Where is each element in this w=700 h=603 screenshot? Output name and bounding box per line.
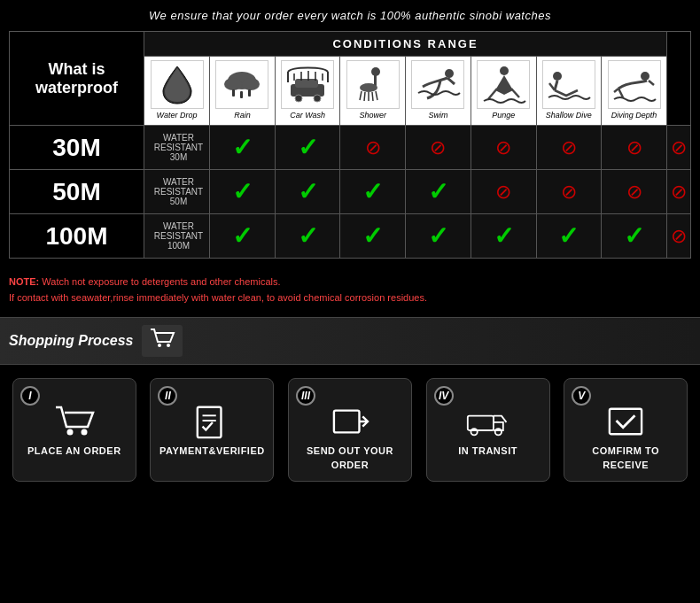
100m-diving-depth: ⊘ — [667, 214, 691, 259]
svg-point-31 — [66, 429, 73, 436]
svg-rect-7 — [295, 79, 318, 88]
banner-text: We ensure that your order every watch is… — [149, 9, 551, 22]
50m-swim: ⊘ — [471, 170, 536, 214]
svg-rect-4 — [240, 91, 243, 98]
col-water-drop: Water Drop — [144, 57, 209, 126]
step-1-label: PLACE AN ORDER — [27, 445, 121, 458]
note-line1: NOTE: Watch not exposure to detergents a… — [9, 274, 691, 290]
col-swim: Swim — [406, 57, 471, 126]
svg-line-24 — [376, 91, 377, 100]
50m-water-drop: ✓ — [210, 170, 276, 214]
svg-point-17 — [371, 67, 380, 76]
svg-line-23 — [372, 92, 373, 101]
note-section: NOTE: Watch not exposure to detergents a… — [0, 267, 700, 313]
100m-water-drop: ✓ — [210, 214, 276, 259]
step-4-label: IN TRANSIT — [458, 445, 517, 458]
col-shallow-dive: Shallow Dive — [536, 57, 602, 126]
rain-label: Rain — [212, 111, 273, 121]
svg-line-21 — [364, 92, 365, 101]
col-rain: Rain — [210, 57, 276, 126]
col-car-wash: Car Wash — [275, 57, 340, 126]
svg-rect-41 — [610, 409, 642, 435]
svg-rect-38 — [467, 416, 493, 430]
shallow-dive-icon — [542, 60, 595, 109]
shower-label: Shower — [342, 111, 403, 121]
30m-swim: ⊘ — [471, 126, 536, 170]
cart-icon-header — [142, 325, 183, 357]
step-send-out: III SEND OUT YOUR ORDER — [288, 378, 412, 482]
label-100m: WATER RESISTANT 100M — [144, 214, 209, 259]
100m-car-wash: ✓ — [340, 214, 406, 259]
water-drop-label: Water Drop — [146, 111, 207, 121]
svg-rect-3 — [232, 89, 235, 97]
svg-point-32 — [81, 429, 87, 436]
process-steps: I PLACE AN ORDER II PAYMENT&VERIFIED III… — [0, 365, 700, 495]
30m-shower: ⊘ — [406, 126, 471, 170]
100m-shallow-dive: ✓ — [602, 214, 667, 259]
step-place-order: I PLACE AN ORDER — [12, 378, 136, 482]
30m-car-wash: ⊘ — [340, 126, 406, 170]
payment-icon — [190, 404, 234, 439]
100m-rain: ✓ — [275, 214, 340, 259]
size-50m: 50M — [10, 170, 144, 214]
svg-rect-5 — [248, 89, 251, 97]
30m-diving-depth: ⊘ — [667, 126, 691, 170]
100m-plunge: ✓ — [536, 214, 602, 259]
step-1-number: I — [20, 386, 40, 406]
svg-point-29 — [158, 344, 161, 347]
col-diving-depth: Diving Depth — [602, 57, 667, 126]
swim-icon — [411, 60, 464, 109]
plunge-label: Punge — [473, 111, 534, 121]
col-plunge: Punge — [471, 57, 536, 126]
svg-line-20 — [360, 91, 362, 100]
50m-car-wash: ✓ — [340, 170, 406, 214]
size-30m: 30M — [10, 126, 144, 170]
in-transit-icon — [466, 404, 510, 439]
svg-point-27 — [553, 72, 562, 81]
waterproof-section: What is waterproof CONDITIONS RANGE Wate… — [0, 31, 700, 267]
note-label: NOTE: — [9, 276, 39, 287]
conditions-header: CONDITIONS RANGE — [144, 32, 666, 57]
waterproof-table: What is waterproof CONDITIONS RANGE Wate… — [9, 31, 691, 259]
rain-icon — [215, 60, 268, 109]
svg-point-26 — [500, 66, 509, 75]
30m-water-drop: ✓ — [210, 126, 276, 170]
diving-depth-icon — [608, 60, 661, 109]
svg-point-25 — [445, 69, 454, 78]
step-5-label: COMFIRM TO RECEIVE — [572, 445, 680, 472]
step-2-number: II — [158, 386, 177, 406]
place-order-icon — [52, 404, 97, 439]
100m-shower: ✓ — [406, 214, 471, 259]
shopping-process-title: Shopping Process — [9, 333, 133, 349]
svg-rect-36 — [334, 411, 360, 433]
step-in-transit: IV IN TRANSIT — [426, 378, 550, 482]
send-out-icon — [328, 404, 372, 439]
svg-point-8 — [295, 95, 302, 102]
svg-point-2 — [242, 78, 260, 90]
step-5-number: V — [572, 386, 591, 406]
plunge-icon — [477, 60, 530, 109]
50m-shower: ✓ — [406, 170, 471, 214]
svg-point-19 — [360, 83, 377, 92]
step-3-number: III — [296, 386, 315, 406]
row-100m: 100M WATER RESISTANT 100M ✓ ✓ ✓ ✓ ✓ ✓ ✓ … — [10, 214, 691, 259]
note-line2: If contact with seawater,rinse immediate… — [9, 290, 691, 306]
top-banner: We ensure that your order every watch is… — [0, 0, 700, 31]
svg-point-9 — [314, 95, 321, 102]
30m-shallow-dive: ⊘ — [602, 126, 667, 170]
50m-diving-depth: ⊘ — [667, 170, 691, 214]
50m-shallow-dive: ⊘ — [602, 170, 667, 214]
50m-plunge: ⊘ — [536, 170, 602, 214]
step-3-label: SEND OUT YOUR ORDER — [296, 445, 404, 472]
swim-label: Swim — [408, 111, 469, 121]
step-2-label: PAYMENT&VERIFIED — [159, 445, 265, 458]
note-text-1: Watch not exposure to detergents and oth… — [42, 276, 280, 287]
confirm-icon — [603, 404, 648, 439]
size-100m: 100M — [10, 214, 144, 259]
100m-swim: ✓ — [471, 214, 536, 259]
label-50m: WATER RESISTANT 50M — [144, 170, 209, 214]
shallow-dive-label: Shallow Dive — [539, 111, 600, 121]
water-drop-icon — [151, 60, 204, 109]
step-confirm: V COMFIRM TO RECEIVE — [564, 378, 688, 482]
50m-rain: ✓ — [275, 170, 340, 214]
